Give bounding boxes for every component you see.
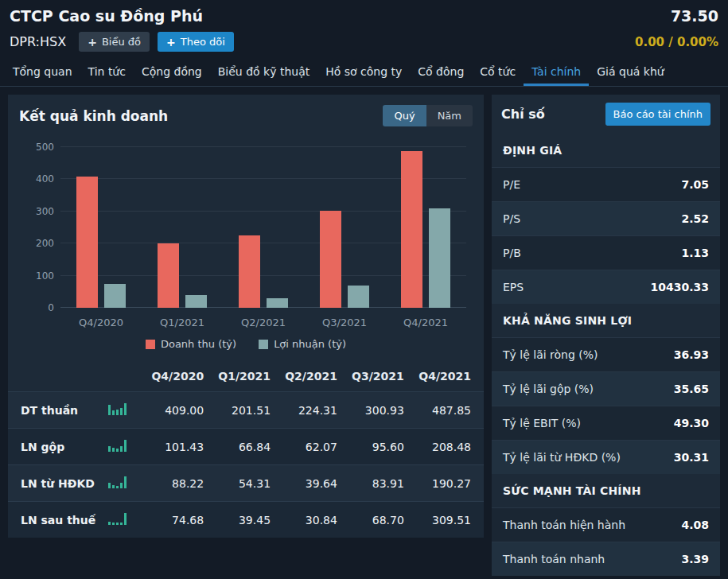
legend-item: Lợi nhuận (tỷ) — [259, 338, 346, 350]
bar-group — [223, 147, 304, 308]
cell-value: 487.85 — [411, 392, 484, 429]
nav-tab[interactable]: Biểu đồ kỹ thuật — [210, 58, 317, 86]
nav-tab[interactable]: Cộng đồng — [134, 58, 210, 86]
chart-plot: 0100200300400500 — [60, 147, 466, 308]
x-tick-label: Q4/2021 — [385, 311, 466, 328]
cell-value: 224.31 — [277, 392, 344, 429]
y-tick-label: 200 — [21, 238, 54, 249]
nav-tab[interactable]: Cổ đông — [410, 58, 472, 86]
cell-value: 201.51 — [210, 392, 277, 429]
header: CTCP Cao su Đồng Phú 73.50 DPR:HSX +Biểu… — [0, 0, 728, 52]
column-header: Q2/2021 — [277, 361, 344, 392]
follow-button[interactable]: +Theo dõi — [158, 32, 234, 52]
period-option[interactable]: Năm — [426, 105, 473, 126]
metric-label: EPS — [503, 281, 524, 293]
add-chart-button[interactable]: +Biểu đồ — [79, 32, 150, 52]
column-header: Q1/2021 — [210, 361, 277, 392]
column-header: Q4/2020 — [143, 361, 210, 392]
metric-row: Tỷ lệ lãi gộp (%)35.65 — [492, 371, 720, 406]
ratios-sidebar: Chỉ số Báo cáo tài chính ĐỊNH GIÁP/E7.05… — [492, 95, 720, 576]
cell-value: 62.07 — [277, 429, 344, 465]
chart-x-labels: Q4/2020Q1/2021Q2/2021Q3/2021Q4/2021 — [60, 311, 466, 328]
sparkline-bar — [124, 513, 127, 525]
y-tick-label: 300 — [21, 206, 54, 217]
cell-value: 95.60 — [344, 429, 411, 465]
bar-group — [60, 147, 142, 308]
sparkline-bar — [116, 410, 119, 415]
follow-label: Theo dõi — [181, 36, 225, 48]
profit-bar — [348, 286, 369, 308]
sparkline-bar — [116, 523, 119, 525]
legend-swatch — [146, 340, 155, 349]
nav-tab[interactable]: Hồ sơ công ty — [317, 58, 410, 86]
metric-row: Tỷ lệ lãi ròng (%)36.93 — [492, 337, 720, 371]
legend-label: Doanh thu (tỷ) — [161, 338, 236, 350]
metric-label: Thanh toán hiện hành — [503, 519, 625, 531]
legend-label: Lợi nhuận (tỷ) — [274, 338, 346, 350]
metric-value: 35.65 — [674, 383, 709, 395]
cell-value: 68.70 — [344, 502, 411, 538]
metric-value: 2.52 — [681, 212, 709, 225]
row-label: LN từ HĐKD — [8, 465, 102, 502]
chart-legend: Doanh thu (tỷ)Lợi nhuận (tỷ) — [8, 328, 484, 353]
sparkline-bar — [124, 440, 127, 452]
nav-tabs: Tổng quanTin tứcCộng đồngBiểu đồ kỹ thuậ… — [0, 58, 728, 87]
cell-value: 88.22 — [143, 465, 210, 502]
cell-value: 300.93 — [344, 392, 411, 429]
sparkline-cell — [102, 392, 143, 429]
bar-group — [304, 147, 385, 308]
period-toggle: QuýNăm — [383, 105, 473, 126]
y-tick-label: 100 — [21, 270, 54, 282]
table-body: DT thuần409.00201.51224.31300.93487.85LN… — [8, 392, 484, 538]
sparkline-icon — [108, 402, 127, 415]
nav-tab[interactable]: Tài chính — [524, 58, 589, 86]
metric-value: 3.39 — [681, 553, 709, 565]
sparkline-icon — [108, 512, 127, 525]
y-tick-label: 400 — [21, 173, 54, 185]
metric-value: 1.13 — [681, 247, 709, 259]
metric-row: P/S2.52 — [492, 201, 720, 235]
profit-bar — [185, 295, 207, 308]
x-tick-label: Q2/2021 — [223, 311, 304, 328]
metric-row: Tỷ lệ lãi từ HĐKD (%)30.31 — [492, 440, 720, 474]
nav-tab[interactable]: Giá quá khứ — [589, 58, 672, 86]
cell-value: 190.27 — [411, 465, 484, 502]
bar-group — [385, 147, 466, 308]
period-option[interactable]: Quý — [383, 105, 426, 126]
table-row: LN gộp101.4366.8462.0795.60208.48 — [8, 429, 484, 465]
bar-chart: 0100200300400500 Q4/2020Q1/2021Q2/2021Q3… — [19, 144, 473, 328]
metric-value: 30.31 — [674, 451, 709, 464]
plus-icon: + — [88, 37, 97, 48]
financial-report-button[interactable]: Báo cáo tài chính — [605, 103, 710, 126]
sparkline-bar — [112, 485, 115, 488]
cell-value: 74.68 — [143, 502, 210, 538]
nav-tab[interactable]: Cổ tức — [472, 58, 524, 86]
sparkline-bar — [116, 449, 119, 452]
nav-tab[interactable]: Tin tức — [80, 58, 134, 86]
metric-label: P/B — [503, 247, 521, 259]
sparkline-bar — [112, 523, 115, 525]
nav-tab[interactable]: Tổng quan — [5, 58, 80, 86]
sparkline-cell — [102, 502, 143, 538]
x-tick-label: Q4/2020 — [60, 311, 142, 328]
metric-row: Tỷ lệ EBIT (%)49.30 — [492, 406, 720, 440]
sparkline-bar — [108, 483, 111, 488]
cell-value: 208.48 — [411, 429, 484, 465]
cell-value: 39.64 — [277, 465, 344, 502]
y-tick-label: 500 — [21, 142, 54, 153]
metric-row: Thanh toán nhanh3.39 — [492, 542, 720, 576]
sparkline-bar — [124, 476, 127, 488]
panel-title: Kết quả kinh doanh — [19, 108, 168, 124]
table-header-row: Q4/2020Q1/2021Q2/2021Q3/2021Q4/2021 — [8, 361, 484, 392]
main-content: Kết quả kinh doanh QuýNăm 01002003004005… — [0, 87, 728, 579]
revenue-bar — [158, 243, 179, 308]
section-heading: ĐỊNH GIÁ — [492, 134, 720, 167]
revenue-bar — [320, 211, 341, 308]
ticker-symbol: DPR:HSX — [10, 34, 66, 49]
sparkline-icon — [108, 476, 127, 488]
row-label: LN gộp — [8, 429, 102, 465]
metric-label: Tỷ lệ lãi từ HĐKD (%) — [503, 451, 621, 464]
metric-row: EPS10430.33 — [492, 270, 720, 304]
row-label: DT thuần — [8, 392, 102, 429]
cell-value: 30.84 — [277, 502, 344, 538]
